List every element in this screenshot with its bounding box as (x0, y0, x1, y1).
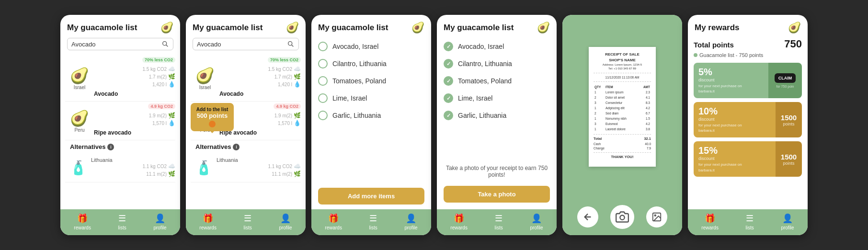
check-text-4-0: Avocado, Israel (458, 43, 504, 50)
check-item-4-1[interactable]: Cilantro, Lithuania (437, 55, 557, 72)
check-text-4-3: Lime, Israel (458, 94, 492, 102)
search-icon-1 (161, 40, 169, 48)
screen2-title: My guacamole list (193, 23, 263, 33)
check-item-4-2[interactable]: Tomatoes, Poland (437, 72, 557, 90)
info-icon-1[interactable]: i (107, 144, 114, 150)
co2-badge-ripe-1: 4.9 kg CO2 (148, 103, 175, 109)
col-amt: AMT (640, 85, 650, 89)
nav-profile-6[interactable]: 👤 profile (781, 213, 794, 230)
list-icon-4: ☰ (495, 213, 503, 224)
land-val-1: 1.7 m(2) (149, 74, 167, 80)
check-item-4-3[interactable]: Lime, Israel (437, 90, 557, 107)
points-dot-6 (694, 53, 697, 57)
nav-profile-1[interactable]: 👤 profile (153, 213, 166, 230)
receipt-row-1: 1Lorem ipsum2.3 (594, 90, 650, 94)
gift-icon-6: 🎁 (705, 213, 715, 224)
alternatives-header-2: Alternatives i (191, 140, 301, 153)
alt-origin-1: Lithuania (91, 157, 175, 163)
svg-point-2 (288, 42, 292, 45)
claim-button-5pct[interactable]: CLAIM (775, 73, 796, 83)
product-item-avocado-2[interactable]: 🥑 Israel 70% less CO2 1.5 kg CO2☁️ 1.7 m… (191, 55, 301, 102)
receipt-address-5: Address: Lorem Ipsum, 1234-5 (594, 63, 651, 67)
list-icon-1: ☰ (118, 213, 126, 224)
check-item-3-4[interactable]: Garlic, Lithuania (311, 107, 431, 124)
receipt-change-label: Change (594, 146, 605, 150)
check-item-3-2[interactable]: Tomatoes, Poland (311, 72, 431, 90)
nav-lists-2[interactable]: ☰ lists (244, 213, 252, 230)
nav-rewards-2[interactable]: 🎁 rewards (199, 213, 217, 230)
search-input-1[interactable] (71, 41, 161, 48)
camera-icon-5 (616, 210, 629, 224)
check-circle-4-3 (444, 93, 453, 103)
gift-icon-4: 🎁 (454, 213, 464, 224)
shutter-button-5[interactable] (609, 204, 636, 230)
product-name-ripe-1: Ripe avocado (94, 129, 175, 136)
water-val-ripe-1: 1,570 l (152, 121, 167, 126)
checklist-4: Avocado, Israel Cilantro, Lithuania Toma… (437, 38, 557, 155)
receipt-row-8: 1Laoreet dolore3.8 (594, 127, 650, 131)
nav-profile-4[interactable]: 👤 profile (530, 213, 543, 230)
nav-profile-3[interactable]: 👤 profile (404, 213, 417, 230)
take-photo-button-4[interactable]: Take a photo (444, 186, 550, 203)
add-more-button-3[interactable]: Add more items (318, 188, 424, 205)
nav-lists-6[interactable]: ☰ lists (746, 213, 754, 230)
gift-icon-1: 🎁 (77, 213, 88, 224)
points-detail-6: Guacamole list - 750 points (694, 52, 802, 58)
screen-3: My guacamole list 🥑 Avocado, Israel Cila… (311, 15, 431, 235)
check-item-4-0[interactable]: Avocado, Israel (437, 38, 557, 55)
receipt-total-label: Total (594, 136, 602, 142)
check-item-3-3[interactable]: Lime, Israel (311, 90, 431, 107)
reward-label-5pct: discountfor your next purchase onbarbara… (698, 78, 764, 94)
stats-avocado-2: 1.5 kg CO2☁️ 1.7 m(2)🌿 1,420 l💧 (219, 66, 301, 89)
search-input-2[interactable] (197, 41, 287, 48)
search-bar-2[interactable] (193, 38, 299, 50)
nav-profile-2[interactable]: 👤 profile (279, 213, 292, 230)
receipt-camera-5: RECEIPT OF SALE SHOP'S NAME Address: Lor… (562, 15, 682, 199)
product-item-ripe-1[interactable]: 🥑 Peru 4.9 kg CO2 1.9 m(2)🌿 1,570 l💧 Rip… (65, 102, 175, 140)
back-button-5[interactable] (577, 206, 598, 227)
nav-profile-label-1: profile (153, 225, 166, 230)
checklist-3: Avocado, Israel Cilantro, Lithuania Toma… (311, 38, 431, 183)
nav-rewards-1[interactable]: 🎁 rewards (74, 213, 91, 230)
nav-lists-4[interactable]: ☰ lists (495, 213, 503, 230)
check-circle-3-1 (318, 59, 328, 68)
check-item-3-0[interactable]: Avocado, Israel (311, 38, 431, 55)
nav-lists-3[interactable]: ☰ lists (369, 213, 377, 230)
back-icon-5 (582, 212, 593, 222)
search-bar-1[interactable] (67, 38, 173, 50)
bottom-nav-2: 🎁 rewards ☰ lists 👤 profile (186, 209, 306, 235)
nav-rewards-6[interactable]: 🎁 rewards (701, 213, 719, 230)
alt-item-1[interactable]: 🧴 Lithuania 1.1 kg CO2☁️ 11.1 m(2)🌿 (65, 153, 175, 182)
check-item-4-4[interactable]: Garlic, Lithuania (437, 107, 557, 124)
info-icon-2[interactable]: i (233, 144, 240, 150)
nav-rewards-4[interactable]: 🎁 rewards (450, 213, 468, 230)
alt-item-2[interactable]: 🧴 Lithuania 1.1 kg CO2☁️ 11.1 m(2)🌿 (191, 153, 301, 182)
nav-profile-label-3: profile (404, 225, 417, 230)
leaf-icon-ripe-1: 🌿 (168, 112, 175, 119)
gallery-button-5[interactable] (646, 206, 667, 227)
check-circle-3-4 (318, 111, 328, 120)
alternatives-header-1: Alternatives i (65, 140, 175, 153)
product-list-1: 🥑 Israel 70% less CO2 1.5 kg CO2☁️ 1.7 m… (60, 55, 180, 209)
nav-lists-label-6: lists (746, 225, 754, 230)
co2-badge-avocado-1: 70% less CO2 (142, 57, 175, 63)
alt-origin-2: Lithuania (217, 157, 301, 163)
reward-right-15pct: 1500 points (776, 141, 802, 177)
cloud-icon-alt-2: ☁️ (294, 163, 301, 170)
receipt-phone-5: Tel: +1 010 345 67 89 (594, 67, 651, 70)
check-text-3-0: Avocado, Israel (332, 43, 378, 50)
product-name-avocado-1: Avocado (94, 91, 175, 97)
list-icon-2: ☰ (244, 213, 251, 224)
product-item-avocado-1[interactable]: 🥑 Israel 70% less CO2 1.5 kg CO2☁️ 1.7 m… (65, 55, 175, 102)
receipt-datetime-5: 11/12/2020 11:13:06 AM (594, 75, 651, 80)
product-info-avocado-2: 70% less CO2 1.5 kg CO2☁️ 1.7 m(2)🌿 1,42… (219, 59, 301, 97)
nav-rewards-3[interactable]: 🎁 rewards (325, 213, 342, 230)
receipt-row-7: 3Euismod4.2 (594, 122, 650, 126)
check-circle-4-2 (444, 76, 453, 86)
reward-left-15pct: 15% discountfor your next purchase onbar… (694, 141, 776, 177)
avocado-icon-1: 🥑 (160, 22, 173, 34)
leaf-icon-alt-2: 🌿 (294, 170, 301, 177)
nav-lists-1[interactable]: ☰ lists (118, 213, 126, 230)
origin-avocado-1: Israel (65, 85, 94, 90)
check-item-3-1[interactable]: Cilantro, Lithuania (311, 55, 431, 72)
